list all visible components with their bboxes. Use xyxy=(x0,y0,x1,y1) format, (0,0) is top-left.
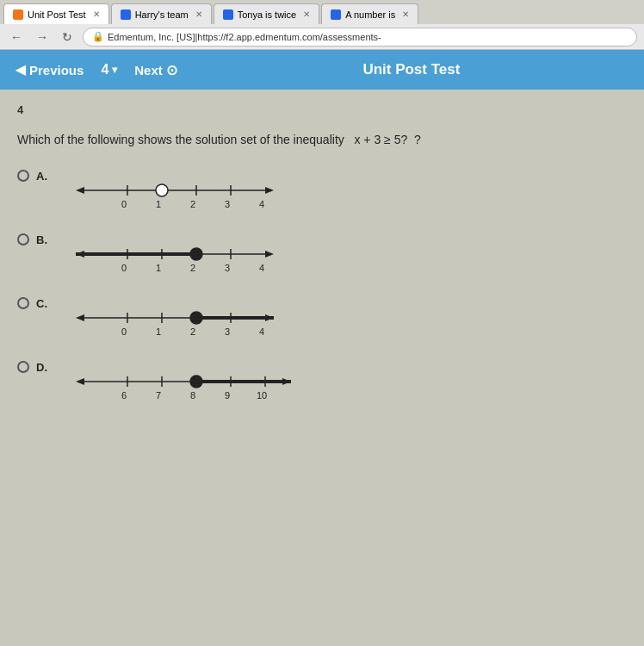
number-line-a: 0 1 2 3 4 xyxy=(59,171,291,216)
svg-text:4: 4 xyxy=(259,263,264,273)
tab-close-number[interactable]: ✕ xyxy=(402,9,409,19)
svg-text:9: 9 xyxy=(225,390,230,401)
tab-label-number: A number is xyxy=(345,9,395,20)
radio-a[interactable] xyxy=(17,170,29,182)
svg-text:3: 3 xyxy=(225,326,230,337)
svg-marker-1 xyxy=(265,187,274,194)
svg-point-7 xyxy=(156,184,168,196)
question-number: 4 xyxy=(101,62,108,78)
svg-text:4: 4 xyxy=(259,326,264,337)
question-number-label: 4 xyxy=(17,103,627,116)
tab-label-tonya: Tonya is twice xyxy=(238,9,296,20)
svg-marker-2 xyxy=(76,187,84,194)
previous-button[interactable]: ◀ Previous xyxy=(10,59,89,81)
svg-point-35 xyxy=(190,312,202,324)
tab-label-unit-post: Unit Post Test xyxy=(28,9,86,20)
svg-text:6: 6 xyxy=(121,390,127,401)
option-d: D. 6 7 8 9 10 xyxy=(17,359,627,407)
radio-d[interactable] xyxy=(17,361,29,373)
svg-text:3: 3 xyxy=(225,199,230,209)
next-icon: ⊙ xyxy=(166,62,177,78)
svg-text:0: 0 xyxy=(121,199,127,209)
tab-unit-post-test[interactable]: Unit Post Test ✕ xyxy=(3,3,109,24)
tab-icon-tonya xyxy=(223,9,233,20)
address-url: https://f2.app.edmentum.com/assessments- xyxy=(197,32,381,42)
number-line-b: 0 1 2 3 4 xyxy=(59,235,291,280)
assessment-title: Unit Post Test xyxy=(189,61,634,78)
chevron-down-icon: ▾ xyxy=(112,64,117,76)
svg-point-50 xyxy=(190,376,202,388)
next-button[interactable]: Next ⊙ xyxy=(129,59,183,82)
svg-text:2: 2 xyxy=(190,199,195,209)
label-d: D. xyxy=(36,361,52,374)
option-c: C. 0 1 2 3 4 xyxy=(17,295,627,344)
svg-text:2: 2 xyxy=(190,263,195,273)
tab-close-harrys-team[interactable]: ✕ xyxy=(195,9,202,19)
svg-marker-14 xyxy=(265,251,274,258)
svg-text:2: 2 xyxy=(190,326,195,337)
tab-close-unit-post[interactable]: ✕ xyxy=(93,9,100,19)
svg-text:8: 8 xyxy=(190,390,195,401)
svg-text:4: 4 xyxy=(259,199,264,209)
svg-marker-29 xyxy=(76,314,84,321)
tab-label-harrys-team: Harry's team xyxy=(135,9,189,20)
svg-marker-43 xyxy=(76,378,84,385)
forward-button[interactable]: → xyxy=(33,28,52,46)
svg-text:1: 1 xyxy=(156,263,161,273)
question-content: 4 Which of the following shows the solut… xyxy=(0,90,644,646)
tab-number[interactable]: A number is ✕ xyxy=(321,3,418,24)
tab-bar: Unit Post Test ✕ Harry's team ✕ Tonya is… xyxy=(0,0,644,24)
previous-icon: ◀ xyxy=(15,62,26,78)
radio-c[interactable] xyxy=(17,297,29,309)
tab-tonya[interactable]: Tonya is twice ✕ xyxy=(214,3,319,24)
number-line-d: 6 7 8 9 10 xyxy=(59,363,308,407)
assessment-toolbar: ◀ Previous 4 ▾ Next ⊙ Unit Post Test xyxy=(0,50,644,90)
svg-text:10: 10 xyxy=(257,390,267,401)
question-number-display[interactable]: 4 ▾ xyxy=(96,59,122,81)
tab-icon-unit-post xyxy=(13,9,23,20)
svg-text:1: 1 xyxy=(156,326,161,337)
previous-label: Previous xyxy=(29,63,84,78)
number-line-c: 0 1 2 3 4 xyxy=(59,299,291,344)
svg-text:0: 0 xyxy=(121,326,127,337)
address-bar[interactable]: 🔒 Edmentum, Inc. [US] | https://f2.app.e… xyxy=(83,28,637,47)
svg-text:7: 7 xyxy=(156,390,161,401)
address-bar-row: ← → ↻ 🔒 Edmentum, Inc. [US] | https://f2… xyxy=(0,24,644,50)
label-c: C. xyxy=(36,297,52,310)
lock-icon: 🔒 xyxy=(92,31,104,42)
tab-close-tonya[interactable]: ✕ xyxy=(303,9,310,19)
radio-b[interactable] xyxy=(17,233,29,245)
refresh-button[interactable]: ↻ xyxy=(59,28,76,46)
tab-icon-harrys-team xyxy=(121,9,131,20)
option-a: A. 0 1 2 3 4 xyxy=(17,168,627,216)
label-a: A. xyxy=(36,170,52,183)
svg-text:3: 3 xyxy=(225,263,230,273)
option-b: B. 0 1 2 3 4 xyxy=(17,232,627,280)
tab-harrys-team[interactable]: Harry's team ✕ xyxy=(111,3,212,24)
svg-text:0: 0 xyxy=(121,263,127,273)
svg-point-21 xyxy=(190,248,202,260)
question-text: Which of the following shows the solutio… xyxy=(17,132,627,149)
tab-icon-number xyxy=(331,9,341,20)
back-button[interactable]: ← xyxy=(7,28,26,46)
svg-text:1: 1 xyxy=(156,199,161,209)
address-company: Edmentum, Inc. [US] xyxy=(108,32,195,42)
label-b: B. xyxy=(36,233,52,246)
next-label: Next xyxy=(134,63,163,78)
